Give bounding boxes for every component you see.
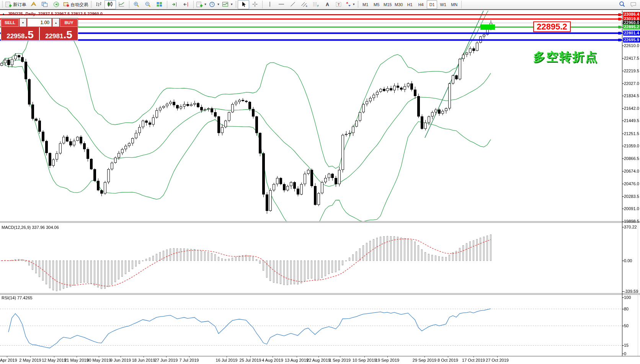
periods-button[interactable]: ▼ [208,0,221,9]
turning-point-annotation[interactable]: 多空转折点 [533,49,598,65]
buy-price[interactable]: 22981 .5 [40,27,78,40]
timeframe-button-w1[interactable]: W1 [438,0,448,9]
price-axis[interactable]: 22610.022417.522219.522027.021834.521642… [623,0,640,364]
zoom-out-button[interactable] [142,0,154,9]
metaeditor-button[interactable] [28,0,39,9]
data-window-button[interactable] [39,0,51,9]
timeframe-button-d1[interactable]: D1 [427,0,437,9]
buy-button[interactable]: BUY [60,18,78,27]
rsi-tick-label: 0 [624,351,626,356]
svg-text:T: T [338,3,340,7]
date-tick-label: 2 May 2019 [19,358,41,362]
toolbar-grip[interactable] [2,1,3,8]
timeframe-button-m30[interactable]: M30 [393,0,404,9]
arrow-up-icon: ▲ [55,21,57,24]
date-tick-label: 27 Jun 2019 [155,358,178,362]
autotrading-button[interactable]: 自动交易 [62,0,90,9]
price-tick-label: 21251.5 [624,131,639,136]
dropdown-caret-icon: ▼ [204,3,207,6]
arrows-icon [346,1,351,8]
text-label-button[interactable]: T [333,0,344,9]
trendline-icon [290,1,296,8]
fibonacci-button[interactable]: F [310,0,322,9]
price-tick-label: 20283.5 [624,194,639,199]
price-tick-label: 21642.0 [624,106,639,111]
price-tick-label: 20674.0 [624,169,639,174]
text-button[interactable]: A [322,0,333,9]
volume-decrease-button[interactable]: ▼ [20,18,26,27]
timeframe-button-h1[interactable]: H1 [405,0,415,9]
macd-tick-label: 0.00 [624,258,632,263]
one-click-trading-panel: SELL ▼ 1.00 ▲ BUY 22958 .5 22981 .5 [1,18,78,41]
equidistant-channel-button[interactable]: E [299,0,310,9]
sell-price[interactable]: 22958 .5 [1,27,39,40]
toolbar-grip[interactable] [358,1,359,8]
date-tick-label: 27 Oct 2019 [486,358,509,362]
sell-button[interactable]: SELL [1,18,19,27]
arrow-down-icon: ▼ [22,21,24,24]
text-label-icon: T [335,1,342,8]
sell-price-main: 22958 [7,33,24,40]
indicators-button[interactable]: ▼ [195,0,208,9]
timeframe-button-mn[interactable]: MN [449,0,459,9]
price-tick-label: 20476.0 [624,181,639,186]
date-tick-label: 10 Sep 2019 [353,358,376,362]
timeframe-button-h4[interactable]: H4 [416,0,426,9]
chat-button[interactable] [628,0,639,9]
horizontal-line-button[interactable] [276,0,287,9]
svg-text:F: F [317,5,319,7]
templates-button[interactable]: ▼ [221,0,234,9]
auto-scroll-icon [171,1,178,8]
ohlc-values: 22837.5 22967.5 22812.5 22960.0 [38,11,103,16]
volume-input[interactable]: 1.00 [27,18,52,27]
signals-button[interactable] [51,0,62,9]
timeframe-button-m15[interactable]: M15 [382,0,393,9]
new-order-button[interactable]: 新订单 [4,0,28,9]
price-tick-label: 22417.5 [624,56,639,61]
price-annotation-box[interactable]: 22895.2 [533,21,571,32]
price-line-label: 22895.2 [623,24,640,29]
price-tick-label: 21834.5 [624,93,639,98]
bar-chart-button[interactable] [93,0,104,9]
search-button[interactable] [616,0,628,9]
vertical-line-button[interactable] [264,0,276,9]
timeframe-button-m5[interactable]: M5 [371,0,382,9]
tile-windows-button[interactable] [154,0,165,9]
price-tick-label: 21449.5 [624,118,639,123]
time-axis[interactable]: 3 Apr 20192 May 201912 May 201921 May 20… [0,357,640,364]
new-order-label: 新订单 [13,2,26,8]
vertical-line-icon [268,1,272,8]
date-tick-label: 18 Jun 2019 [132,358,155,362]
volume-increase-button[interactable]: ▲ [52,18,59,27]
date-tick-label: 13 Aug 2019 [285,358,309,362]
arrows-button[interactable]: ▼ [344,0,356,9]
fibonacci-icon: F [312,1,319,8]
zoom-in-button[interactable] [131,0,142,9]
candlestick-chart-button[interactable] [104,0,116,9]
trendline-button[interactable] [287,0,299,9]
macd-tick-label: 370.22 [624,225,637,230]
timeframe-button-m1[interactable]: M1 [360,0,371,9]
auto-scroll-button[interactable] [169,0,180,9]
toolbar-grip[interactable] [91,1,92,8]
signals-icon [53,1,60,8]
zoom-out-icon [145,1,151,8]
rsi-tick-label: 80 [624,307,629,312]
zoom-in-icon [133,1,140,8]
one-click-panel-toggle[interactable]: ▲ [2,12,5,16]
toolbar-grip[interactable] [235,1,237,8]
dropdown-caret-icon: ▼ [217,3,220,6]
price-line-label: 22801.4 [623,31,640,36]
date-tick-label: 21 May 2019 [64,358,89,362]
rsi-tick-label: 15 [624,343,629,348]
line-chart-button[interactable] [116,0,127,9]
toolbar: 新订单 自动交易 ▼ ▼ [0,0,640,10]
crosshair-icon [252,1,258,8]
macd-indicator-label: MACD(12,26,9) 337.96 304.06 [2,225,59,230]
cursor-button[interactable] [238,0,249,9]
date-tick-label: 1 Sep 2019 [329,358,351,362]
price-tick-label: 22027.0 [624,81,639,86]
crosshair-button[interactable] [249,0,261,9]
buy-price-pips: .5 [63,30,72,40]
chart-shift-button[interactable] [180,0,192,9]
